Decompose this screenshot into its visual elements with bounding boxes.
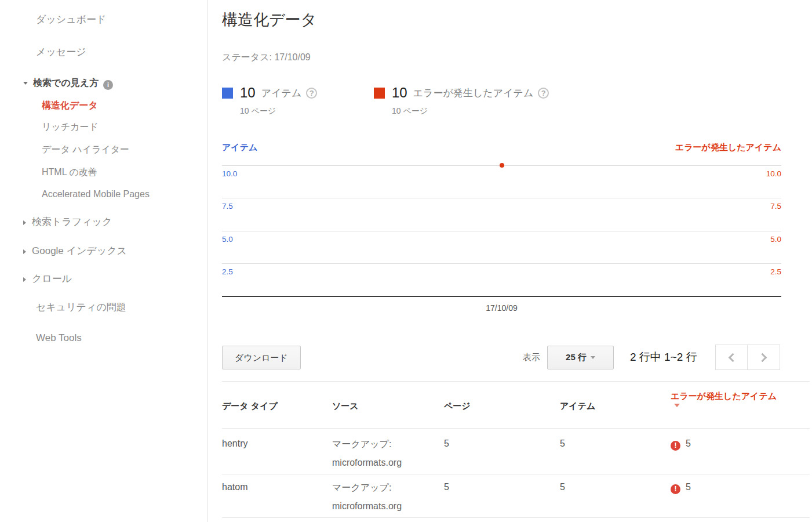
- show-rows-label: 表示: [523, 352, 540, 363]
- cell-pages: 5: [444, 438, 449, 449]
- legend-swatch-red: [374, 88, 385, 99]
- gridline: [222, 231, 781, 231]
- chevron-right-icon: [758, 353, 767, 362]
- right-axis-label: エラーが発生したアイテム: [675, 142, 781, 153]
- rows-per-page-select[interactable]: 25 行: [547, 346, 614, 369]
- column-header-pages[interactable]: ページ: [444, 401, 471, 412]
- cell-data-type[interactable]: hentry: [222, 438, 247, 449]
- sidebar-item-label: Accelerated Mobile Pages: [42, 189, 150, 199]
- previous-page-button[interactable]: [715, 345, 748, 370]
- sidebar-item-google-index[interactable]: Google インデックス: [23, 244, 127, 258]
- y-tick-left: 7.5: [222, 202, 233, 211]
- sidebar-item-rich-cards[interactable]: リッチカード: [42, 121, 99, 133]
- sidebar-item-data-highlighter[interactable]: データ ハイライター: [42, 144, 129, 156]
- sidebar-item-label: 検索での見え方: [33, 78, 99, 88]
- gridline: [222, 263, 781, 264]
- row-divider: [222, 474, 810, 474]
- legend-item-errors: 10 エラーが発生したアイテム ? 10 ページ: [374, 85, 549, 117]
- sidebar-item-label: メッセージ: [36, 46, 86, 57]
- cell-items: 5: [560, 482, 565, 492]
- sidebar-item-label: HTML の改善: [42, 167, 97, 177]
- sidebar-item-html-improvements[interactable]: HTML の改善: [42, 166, 97, 179]
- sidebar-item-web-tools[interactable]: Web Tools: [36, 332, 82, 344]
- legend-pages-count: 10 ページ: [240, 106, 317, 117]
- sidebar-item-dashboard[interactable]: ダッシュボード: [36, 13, 106, 26]
- help-icon[interactable]: ?: [306, 88, 317, 99]
- sidebar-item-label: データ ハイライター: [42, 144, 129, 154]
- chevron-left-icon: [728, 353, 737, 362]
- help-icon[interactable]: ?: [538, 88, 549, 99]
- error-icon: !: [671, 484, 680, 494]
- cell-data-type[interactable]: hatom: [222, 482, 247, 492]
- error-count: 5: [686, 438, 691, 448]
- chevron-down-icon: [23, 82, 28, 85]
- sidebar-item-security-issues[interactable]: セキュリティの問題: [36, 300, 126, 314]
- sidebar-item-label: クロール: [32, 273, 72, 284]
- page-title: 構造化データ: [222, 9, 316, 30]
- table-top-border: [222, 381, 810, 382]
- legend-value: 10: [392, 85, 407, 101]
- column-header-source[interactable]: ソース: [332, 401, 359, 412]
- sidebar-item-search-traffic[interactable]: 検索トラフィック: [23, 215, 112, 229]
- cell-source: マークアップ:microformats.org: [332, 435, 402, 472]
- x-axis-line: [222, 296, 781, 297]
- sidebar-item-amp[interactable]: Accelerated Mobile Pages: [42, 189, 150, 200]
- app-window: ダッシュボード メッセージ 検索での見え方i 構造化データ リッチカード データ…: [0, 0, 812, 522]
- left-axis-label: アイテム: [222, 142, 257, 153]
- legend-pages-count: 10 ページ: [392, 106, 549, 117]
- rows-per-page-value: 25 行: [566, 352, 587, 363]
- legend-label: アイテム: [261, 86, 302, 100]
- legend-value: 10: [240, 85, 256, 101]
- sort-descending-icon: [674, 404, 680, 407]
- sidebar-item-search-appearance[interactable]: 検索での見え方i: [23, 77, 113, 90]
- pagination-controls: [715, 345, 780, 370]
- sidebar-item-label: 構造化データ: [42, 100, 98, 110]
- sidebar-item-crawl[interactable]: クロール: [23, 272, 72, 285]
- y-tick-right: 7.5: [770, 202, 781, 211]
- cell-source: マークアップ:microformats.org: [332, 478, 402, 516]
- column-header-items-with-errors[interactable]: エラーが発生したアイテム: [671, 390, 778, 414]
- chevron-down-icon: [591, 356, 595, 359]
- cell-errors: !5: [671, 438, 691, 451]
- column-header-items[interactable]: アイテム: [560, 401, 595, 412]
- column-header-data-type[interactable]: データ タイプ: [222, 401, 278, 412]
- download-button[interactable]: ダウンロード: [222, 346, 301, 369]
- sidebar-item-label: リッチカード: [42, 122, 99, 132]
- sidebar-item-label: Web Tools: [36, 332, 82, 343]
- error-icon: !: [671, 441, 680, 451]
- y-tick-left: 10.0: [222, 169, 237, 178]
- y-tick-right: 5.0: [770, 235, 781, 244]
- sidebar-item-messages[interactable]: メッセージ: [36, 45, 86, 59]
- sidebar-item-label: Google インデックス: [32, 245, 127, 256]
- y-tick-right: 10.0: [766, 169, 781, 178]
- sidebar-item-label: ダッシュボード: [36, 14, 106, 25]
- row-divider: [222, 517, 810, 518]
- source-domain: microformats.org: [332, 501, 402, 511]
- chevron-right-icon: [23, 249, 26, 254]
- cell-items: 5: [560, 438, 565, 449]
- info-icon[interactable]: i: [103, 80, 113, 90]
- y-tick-left: 2.5: [222, 267, 233, 276]
- legend-swatch-blue: [222, 88, 233, 99]
- pagination-range-text: 2 行中 1~2 行: [630, 350, 697, 365]
- data-point-dot[interactable]: [500, 163, 504, 168]
- chevron-right-icon: [23, 220, 26, 225]
- main-content: 構造化データ ステータス: 17/10/09 10 アイテム ? 10 ページ …: [208, 0, 812, 522]
- sidebar: ダッシュボード メッセージ 検索での見え方i 構造化データ リッチカード データ…: [0, 0, 208, 522]
- chevron-right-icon: [23, 277, 26, 282]
- sidebar-item-label: セキュリティの問題: [36, 302, 126, 313]
- sidebar-item-structured-data[interactable]: 構造化データ: [42, 100, 98, 112]
- source-markup-label: マークアップ:: [332, 439, 391, 449]
- legend-item-items: 10 アイテム ? 10 ページ: [222, 85, 317, 117]
- status-text: ステータス: 17/10/09: [222, 52, 311, 64]
- chart-plot-area: 10.0 7.5 5.0 2.5 10.0 7.5 5.0 2.5 17/10/…: [222, 165, 781, 316]
- y-tick-left: 5.0: [222, 235, 233, 244]
- y-tick-right: 2.5: [770, 267, 781, 276]
- column-header-label: エラーが発生したアイテム: [671, 391, 777, 401]
- source-domain: microformats.org: [332, 458, 402, 467]
- next-page-button[interactable]: [748, 345, 780, 370]
- gridline: [222, 198, 781, 198]
- error-count: 5: [686, 482, 691, 492]
- sidebar-item-label: 検索トラフィック: [32, 216, 112, 227]
- cell-pages: 5: [444, 482, 449, 492]
